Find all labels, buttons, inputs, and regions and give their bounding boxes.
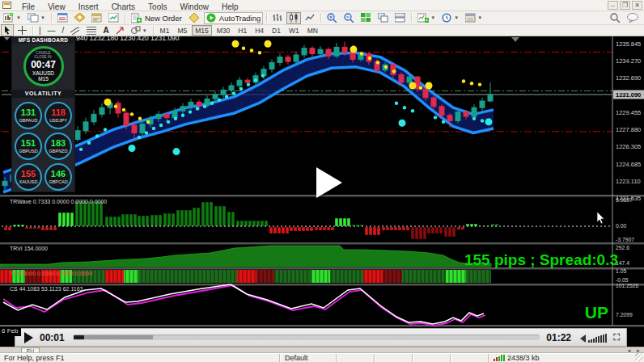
autotrading-label: AutoTrading bbox=[219, 14, 261, 23]
time-axis-label: 6 Feb bbox=[0, 326, 21, 336]
connection-speed: 2438/3 kb bbox=[507, 354, 540, 362]
svg-text:1234.270: 1234.270 bbox=[616, 57, 641, 65]
menu-tools[interactable]: Tools bbox=[142, 2, 173, 11]
chart-tab-strip: EU ◄ ► bbox=[0, 347, 644, 353]
standard-toolbar: ▼ ▼ New Order AutoTrading bbox=[0, 11, 644, 25]
minimize-button[interactable]: – bbox=[608, 1, 618, 10]
chevron-down-icon: ▼ bbox=[16, 15, 21, 20]
svg-text:-3.7907: -3.7907 bbox=[616, 237, 634, 242]
svg-text:1224.685: 1224.685 bbox=[616, 161, 641, 168]
volume-icon[interactable] bbox=[580, 333, 607, 343]
dashboard-title: MFS DASHBOARD bbox=[12, 36, 74, 44]
video-playhead[interactable] bbox=[74, 335, 84, 339]
chat-icon[interactable] bbox=[625, 12, 641, 24]
new-order-label: New Order bbox=[145, 14, 182, 23]
timeframe-m30-button[interactable]: M30 bbox=[214, 25, 234, 36]
timeframe-h1-button[interactable]: H1 bbox=[235, 25, 250, 36]
trendline-tool-button[interactable]: / bbox=[60, 24, 67, 36]
restore-button[interactable]: ❐ bbox=[620, 1, 630, 10]
svg-text:CS 44.1083 53.1123 62.1163: CS 44.1083 53.1123 62.1163 bbox=[10, 286, 83, 292]
tile-horizontal-button[interactable] bbox=[392, 12, 408, 24]
menu-insert[interactable]: Insert bbox=[72, 2, 105, 11]
svg-text:292.6: 292.6 bbox=[616, 245, 629, 250]
svg-text:101.2526: 101.2526 bbox=[616, 283, 639, 288]
arrow-label-tool-button[interactable] bbox=[113, 24, 127, 36]
volatility-gauge-gbpnzd: 183GBPNZD bbox=[44, 133, 72, 160]
candle-timer: CANDLE CLOSE IN: 00:47 XAUUSD M15 bbox=[23, 46, 64, 86]
connection-status: 2438/3 kb bbox=[488, 354, 544, 362]
text-tool-button[interactable]: A bbox=[100, 24, 111, 36]
bar-chart-type-button[interactable] bbox=[270, 12, 285, 24]
play-icon[interactable] bbox=[24, 332, 33, 343]
fullscreen-icon[interactable]: ⛶ bbox=[613, 332, 620, 343]
video-total-time: 01:22 bbox=[546, 332, 574, 343]
timeframe-d1-button[interactable]: D1 bbox=[269, 25, 284, 36]
new-order-button[interactable]: New Order bbox=[129, 12, 184, 24]
video-buffered bbox=[84, 335, 153, 339]
cascade-windows-button[interactable] bbox=[375, 12, 391, 24]
tile-windows-button[interactable] bbox=[358, 12, 374, 24]
vertical-line-tool-button[interactable]: | bbox=[36, 24, 44, 36]
video-play-overlay-button[interactable] bbox=[312, 165, 346, 204]
svg-text:5.9807: 5.9807 bbox=[616, 197, 633, 203]
dashboard-panel: MFS DASHBOARD CANDLE CLOSE IN: 00:47 XAU… bbox=[11, 36, 75, 192]
timeframe-h4-button[interactable]: H4 bbox=[252, 25, 267, 36]
connection-bars-icon bbox=[494, 355, 505, 361]
navigator-button[interactable] bbox=[72, 12, 87, 24]
timeframe-w1-button[interactable]: W1 bbox=[286, 25, 303, 36]
periods-button[interactable]: ▼ bbox=[439, 12, 461, 24]
cursor-tool-button[interactable] bbox=[1, 24, 14, 36]
svg-text:-0.05: -0.05 bbox=[616, 277, 629, 283]
channel-tool-button[interactable] bbox=[68, 24, 83, 36]
svg-text:0.00: 0.00 bbox=[616, 223, 626, 229]
timer-countdown: 00:47 bbox=[31, 60, 56, 69]
timeframe-m5-button[interactable]: M5 bbox=[174, 25, 190, 36]
timeframe-mn-button[interactable]: MN bbox=[304, 25, 321, 36]
timeframe-m1-button[interactable]: M1 bbox=[157, 25, 173, 36]
chevron-down-icon: ▼ bbox=[454, 15, 459, 20]
close-button[interactable]: ✕ bbox=[632, 1, 642, 10]
resize-grip[interactable] bbox=[635, 353, 643, 361]
strategy-tester-button[interactable] bbox=[106, 12, 121, 24]
autotrading-button[interactable]: AutoTrading bbox=[204, 12, 263, 24]
profiles-button[interactable]: ▼ bbox=[25, 12, 48, 24]
volatility-gauge-xauusd: 155XAUUSD bbox=[15, 163, 42, 191]
market-watch-button[interactable] bbox=[55, 12, 70, 24]
svg-text:TRWave 0.7333 0.0000 0.0000 0.: TRWave 0.7333 0.0000 0.0000 0.0000 bbox=[10, 199, 107, 204]
templates-button[interactable]: ▼ bbox=[463, 12, 485, 24]
menu-help[interactable]: Help bbox=[215, 2, 245, 11]
terminal-button[interactable] bbox=[89, 12, 104, 24]
mt4-window: 1235.8451234.2701232.6901229.4551227.880… bbox=[0, 0, 644, 362]
timeframe-m15-button[interactable]: M15 bbox=[192, 25, 212, 36]
volatility-gauge-gbpcad: 146GBPCAD bbox=[44, 163, 72, 191]
new-chart-button[interactable]: ▼ bbox=[1, 12, 23, 24]
shapes-tool-button[interactable]: ▼ bbox=[129, 24, 150, 36]
svg-text:1.05: 1.05 bbox=[616, 268, 626, 274]
menu-file[interactable]: File bbox=[15, 2, 41, 11]
indicators-button[interactable]: ▼ bbox=[415, 12, 438, 24]
metaeditor-button[interactable] bbox=[186, 12, 202, 24]
volatility-gauge-gbpusd: 151GBPUSD bbox=[15, 133, 42, 160]
pips-spread-text: 155 pips ; Spread:0.3 bbox=[464, 251, 618, 269]
svg-text:TRVI 154.0000: TRVI 154.0000 bbox=[10, 246, 48, 251]
menu-charts[interactable]: Charts bbox=[105, 2, 142, 11]
video-current-time: 00:01 bbox=[40, 332, 69, 343]
chevron-down-icon: ▼ bbox=[430, 15, 435, 20]
video-progress-bar[interactable] bbox=[74, 335, 540, 340]
candlestick-type-button[interactable] bbox=[286, 12, 301, 24]
status-profile[interactable]: Default bbox=[279, 354, 336, 362]
menu-window[interactable]: Window bbox=[173, 2, 215, 11]
search-icon[interactable] bbox=[608, 12, 623, 24]
zoom-out-button[interactable] bbox=[341, 12, 357, 24]
line-studies-toolbar: | — / A ▼ M1M5M15M30H1H4D1W1MN bbox=[0, 25, 644, 36]
status-help-text: For Help, press F1 bbox=[0, 354, 279, 362]
chevron-down-icon: ▼ bbox=[40, 15, 45, 20]
crosshair-tool-button[interactable] bbox=[15, 24, 29, 36]
chevron-down-icon: ▼ bbox=[477, 15, 482, 20]
menu-view[interactable]: View bbox=[41, 2, 72, 11]
line-chart-type-button[interactable] bbox=[303, 12, 317, 24]
horizontal-line-tool-button[interactable]: — bbox=[45, 24, 58, 36]
video-control-bar: 00:01 01:22 ⛶ bbox=[15, 328, 627, 347]
fibonacci-tool-button[interactable] bbox=[84, 24, 99, 36]
zoom-in-button[interactable] bbox=[324, 12, 340, 24]
